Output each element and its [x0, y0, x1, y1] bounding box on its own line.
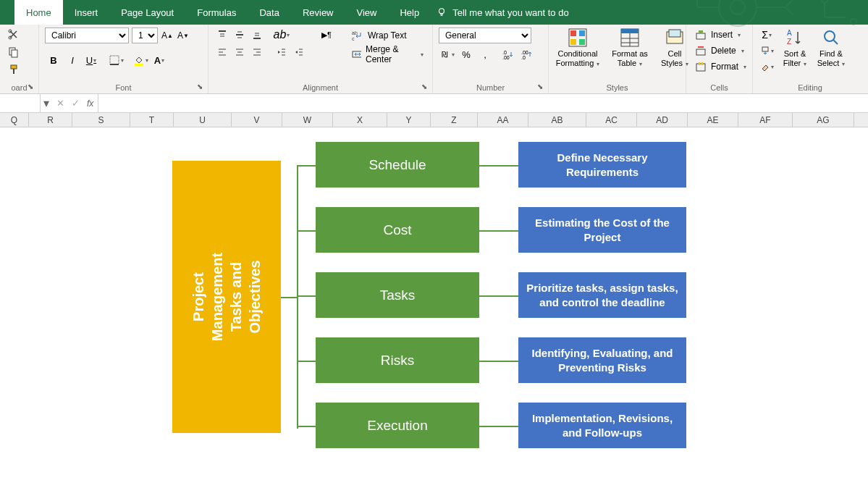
tab-help[interactable]: Help: [388, 0, 431, 25]
orientation-button[interactable]: ab▾: [274, 28, 290, 42]
diagram-mid-box[interactable]: Tasks: [316, 272, 479, 318]
increase-decimal-button[interactable]: .0.00: [500, 46, 517, 62]
increase-font-button[interactable]: A▲: [161, 28, 174, 43]
align-left-button[interactable]: [214, 45, 230, 59]
tab-insert[interactable]: Insert: [63, 0, 110, 25]
align-bottom-button[interactable]: [249, 28, 265, 42]
diagram-leaf-box[interactable]: Identifying, Evaluating, and Preventing …: [518, 337, 686, 383]
format-painter-button[interactable]: [6, 62, 22, 77]
bold-button[interactable]: B: [45, 52, 62, 68]
column-header[interactable]: T: [130, 113, 174, 127]
accounting-format-button[interactable]: ₪▾: [439, 46, 456, 62]
diagram-root-text: Project Management Tasks and Objectives: [189, 243, 264, 351]
conditional-formatting-icon: [568, 28, 588, 48]
clear-button[interactable]: ▾: [759, 59, 775, 74]
tab-review[interactable]: Review: [291, 0, 345, 25]
tab-formulas[interactable]: Formulas: [185, 0, 248, 25]
svg-point-0: [439, 9, 444, 14]
clipboard-dialog-launcher[interactable]: ⬊: [28, 83, 36, 91]
insert-cells-button[interactable]: Insert▾: [692, 28, 749, 42]
column-header[interactable]: Z: [431, 113, 478, 127]
name-box[interactable]: [0, 94, 41, 112]
increase-indent-button[interactable]: [291, 45, 307, 59]
worksheet-area[interactable]: Project Management Tasks and Objectives …: [0, 127, 868, 488]
diagram-leaf-box[interactable]: Prioritize tasks, assign tasks, and cont…: [518, 272, 686, 318]
column-header[interactable]: Q: [0, 113, 29, 127]
cancel-formula-button[interactable]: ✕: [56, 98, 64, 109]
decrease-font-button[interactable]: A▼: [177, 28, 190, 43]
tab-page-layout[interactable]: Page Layout: [109, 0, 185, 25]
name-box-dropdown[interactable]: ▾: [41, 96, 52, 110]
font-dialog-launcher[interactable]: ⬊: [197, 83, 206, 91]
diagram-root-box[interactable]: Project Management Tasks and Objectives: [172, 161, 281, 433]
column-header[interactable]: AA: [478, 113, 528, 127]
align-top-button[interactable]: [214, 28, 230, 42]
alignment-dialog-launcher[interactable]: ⬊: [421, 83, 430, 91]
decrease-decimal-button[interactable]: .00.0: [518, 46, 536, 62]
merge-center-button[interactable]: Merge & Center ▾: [349, 46, 426, 62]
group-clipboard: oard ⬊: [0, 25, 39, 93]
italic-button[interactable]: I: [64, 52, 81, 68]
number-dialog-launcher[interactable]: ⬊: [537, 83, 546, 91]
format-cells-button[interactable]: Format▾: [692, 59, 749, 74]
group-font: Calibri 11 A▲ A▼ B I U▾ ▾ ▾: [39, 25, 208, 93]
diagram-leaf-box[interactable]: Define Necessary Requirements: [518, 142, 686, 188]
column-header[interactable]: AG: [793, 113, 854, 127]
column-header[interactable]: W: [282, 113, 333, 127]
wrap-text-button[interactable]: abc Wrap Text: [349, 28, 426, 43]
tab-view[interactable]: View: [345, 0, 389, 25]
delete-cells-button[interactable]: Delete▾: [692, 43, 749, 58]
sort-filter-button[interactable]: AZ Sort & Filter ▾: [779, 28, 811, 68]
column-header[interactable]: Y: [387, 113, 431, 127]
formula-input[interactable]: [98, 94, 868, 112]
column-header[interactable]: S: [72, 113, 130, 127]
font-size-select[interactable]: 11: [132, 28, 158, 43]
diagram-mid-box[interactable]: Cost: [316, 207, 479, 253]
column-header[interactable]: AC: [586, 113, 637, 127]
column-header[interactable]: X: [333, 113, 387, 127]
fill-button[interactable]: ▾: [759, 43, 775, 58]
align-center-icon: [235, 47, 245, 57]
column-header[interactable]: AD: [637, 113, 688, 127]
font-color-button[interactable]: A▾: [151, 52, 168, 68]
format-as-table-button[interactable]: Format as Table ▾: [607, 28, 653, 68]
diagram-leaf-box[interactable]: Implementation, Revisions, and Follow-up…: [518, 403, 686, 448]
column-header[interactable]: U: [174, 113, 232, 127]
ltr-button[interactable]: ▶¶: [316, 28, 337, 42]
fx-icon[interactable]: fx: [87, 98, 93, 109]
decrease-indent-button[interactable]: [274, 45, 290, 59]
fill-color-button[interactable]: ▾: [132, 52, 149, 68]
diagram-mid-box[interactable]: Risks: [316, 337, 479, 383]
find-select-button[interactable]: Find & Select ▾: [815, 28, 847, 68]
connector: [297, 165, 316, 167]
enter-formula-button[interactable]: ✓: [72, 98, 80, 109]
tab-data[interactable]: Data: [248, 0, 290, 25]
autosum-button[interactable]: Σ▾: [759, 28, 775, 42]
group-label-styles: Styles: [555, 82, 680, 92]
align-right-button[interactable]: [249, 45, 265, 59]
comma-button[interactable]: ,: [476, 46, 494, 62]
conditional-formatting-button[interactable]: Conditional Formatting ▾: [555, 28, 601, 68]
diagram-mid-box[interactable]: Schedule: [316, 142, 479, 188]
column-header[interactable]: AF: [738, 113, 793, 127]
svg-point-4: [851, 19, 856, 25]
diagram-mid-box[interactable]: Execution: [316, 403, 479, 448]
diagram-leaf-box[interactable]: Estimating the Cost of the Project: [518, 207, 686, 253]
tab-home[interactable]: Home: [14, 0, 63, 25]
column-header[interactable]: R: [29, 113, 72, 127]
borders-button[interactable]: ▾: [107, 52, 125, 68]
column-header[interactable]: V: [232, 113, 282, 127]
font-name-select[interactable]: Calibri: [45, 28, 129, 43]
align-middle-button[interactable]: [232, 28, 248, 42]
underline-button[interactable]: U▾: [83, 52, 100, 68]
column-header[interactable]: AE: [688, 113, 738, 127]
align-center-button[interactable]: [232, 45, 248, 59]
cut-button[interactable]: [6, 28, 22, 42]
tell-me-search[interactable]: Tell me what you want to do: [437, 7, 568, 18]
number-format-select[interactable]: General: [439, 28, 531, 43]
wrap-text-label: Wrap Text: [368, 30, 407, 41]
ribbon-tabs: HomeInsertPage LayoutFormulasDataReviewV…: [0, 0, 868, 25]
percent-button[interactable]: %: [458, 46, 475, 62]
copy-button[interactable]: [6, 45, 22, 59]
column-header[interactable]: AB: [528, 113, 586, 127]
